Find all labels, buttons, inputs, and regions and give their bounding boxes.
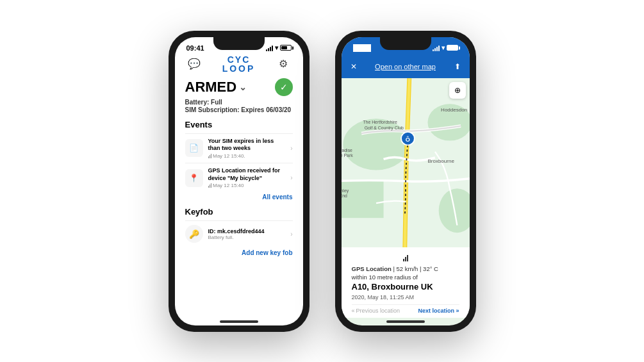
keyfob-section-title: Keyfob bbox=[185, 207, 293, 217]
time-1: 09:41 bbox=[186, 44, 204, 52]
map-info-panel: GPS Location | 52 km/h | 32° C within 10… bbox=[342, 247, 470, 318]
logo-loop: LOOP bbox=[222, 64, 256, 73]
keyfob-item[interactable]: 🔑 ID: mk.cesdfdred444 Battery full. › bbox=[185, 220, 293, 247]
svg-rect-3 bbox=[342, 181, 384, 217]
event-chevron-2: › bbox=[290, 174, 292, 181]
close-button[interactable]: ✕ bbox=[351, 62, 357, 71]
keyfob-battery: Battery full. bbox=[208, 234, 286, 240]
svg-text:mley: mley bbox=[342, 188, 349, 193]
share-button[interactable]: ⬆ bbox=[454, 62, 461, 71]
messages-button[interactable]: 💬 bbox=[185, 55, 203, 73]
home-indicator-2 bbox=[386, 320, 425, 323]
open-other-map-link[interactable]: Open on other map bbox=[357, 63, 454, 70]
event-chevron-1: › bbox=[290, 145, 292, 152]
gps-temp: 32° C bbox=[423, 265, 438, 272]
prev-chevron-icon: « bbox=[352, 308, 355, 314]
event-item-2[interactable]: 📍 GPS Location received for device "My b… bbox=[185, 163, 293, 192]
sim-info: SIM Subscription: Expires 06/03/20 bbox=[185, 106, 293, 113]
event-title-2: GPS Location received for device "My bic… bbox=[208, 167, 286, 182]
next-label: Next location » bbox=[418, 308, 459, 314]
phone-1-body: ARMED ⌄ ✓ Battery: Full SIM Subscription… bbox=[175, 78, 303, 318]
map-layer-button[interactable]: ⊕ bbox=[449, 82, 466, 99]
phones-container: 09:41 ▾ 💬 CYC LOOP bbox=[0, 0, 644, 362]
gps-speed: 52 km/h bbox=[397, 265, 418, 272]
event-item-1[interactable]: 📄 Your SIM expires in less than two week… bbox=[185, 133, 293, 163]
settings-icon: ⚙ bbox=[279, 58, 288, 70]
battery-fill-1 bbox=[281, 46, 288, 49]
signal-bars-1 bbox=[266, 45, 273, 51]
gps-info-line: GPS Location | 52 km/h | 32° C bbox=[352, 265, 459, 272]
event-signal-2 bbox=[208, 183, 212, 188]
logo: CYC LOOP bbox=[222, 55, 256, 73]
battery-icon-1 bbox=[280, 45, 292, 51]
add-keyfob-link[interactable]: Add new key fob bbox=[185, 249, 293, 256]
event-title-1: Your SIM expires in less than two weeks bbox=[208, 138, 286, 152]
gps-radius-line: within 10 metre radius of bbox=[352, 274, 459, 281]
logo-cyc: CYC bbox=[222, 55, 256, 64]
svg-text:End: End bbox=[342, 193, 347, 198]
gps-signal-bars bbox=[403, 254, 408, 261]
event-meta-2: May 12 15:40 bbox=[208, 183, 286, 188]
next-location-button[interactable]: Next location » bbox=[418, 308, 459, 314]
svg-text:Ô: Ô bbox=[405, 135, 409, 142]
wifi-icon-2: ▾ bbox=[442, 44, 445, 51]
svg-text:Hoddesdon: Hoddesdon bbox=[441, 106, 467, 112]
sim-event-icon: 📄 bbox=[189, 144, 199, 152]
keyfob-chevron: › bbox=[290, 231, 292, 238]
armed-label: ARMED bbox=[185, 79, 237, 95]
map-layer-icon: ⊕ bbox=[454, 86, 461, 95]
notch-2 bbox=[380, 37, 431, 50]
navigation-row: « Previous location Next location » bbox=[352, 304, 459, 314]
map-header: ✕ Open on other map ⬆ bbox=[342, 55, 470, 78]
signal-icons-1: ▾ bbox=[266, 44, 292, 51]
time-2: 09:41 bbox=[353, 44, 371, 52]
settings-button[interactable]: ⚙ bbox=[274, 55, 292, 73]
gps-location-bold: A10, Broxbourne UK bbox=[352, 282, 459, 293]
signal-icons-2: ▾ bbox=[433, 44, 458, 51]
phone-1-screen: 09:41 ▾ 💬 CYC LOOP bbox=[175, 37, 303, 325]
event-date-1: May 12 15:40. bbox=[213, 153, 245, 159]
battery-fill-2 bbox=[448, 46, 454, 49]
phone-2: 09:41 ▾ ✕ Open on other m bbox=[335, 31, 476, 332]
svg-text:The Hertfordshire: The Hertfordshire bbox=[363, 120, 397, 124]
keyfob-id: ID: mk.cesdfdred444 bbox=[208, 228, 286, 234]
svg-text:Broxbourne: Broxbourne bbox=[427, 158, 454, 164]
event-text-1: Your SIM expires in less than two weeks … bbox=[208, 138, 286, 159]
battery-label: Battery: bbox=[185, 99, 210, 106]
all-events-link[interactable]: All events bbox=[185, 193, 293, 201]
svg-text:aradise: aradise bbox=[342, 147, 352, 152]
battery-info: Battery: Full bbox=[185, 99, 293, 106]
armed-status-indicator: ✓ bbox=[275, 78, 293, 96]
messages-icon: 💬 bbox=[188, 58, 201, 70]
map-area[interactable]: Ô Hoddesdon The Hertfordshire Golf & Cou… bbox=[342, 78, 470, 247]
location-event-icon: 📍 bbox=[189, 174, 199, 183]
previous-location-button[interactable]: « Previous location bbox=[352, 308, 400, 314]
svg-text:Golf & Country Club: Golf & Country Club bbox=[364, 126, 403, 131]
gps-date: 2020, May 18, 11:25 AM bbox=[352, 294, 459, 300]
event-icon-2: 📍 bbox=[185, 169, 203, 187]
gps-label: GPS Location bbox=[352, 265, 392, 272]
event-signal-1 bbox=[208, 154, 212, 158]
armed-title[interactable]: ARMED ⌄ bbox=[185, 79, 247, 95]
phone-2-screen: 09:41 ▾ ✕ Open on other m bbox=[342, 37, 470, 325]
gps-signal-row bbox=[352, 254, 459, 261]
sim-value: Expires 06/03/20 bbox=[241, 106, 291, 113]
sim-label: SIM Subscription: bbox=[185, 106, 240, 113]
key-icon: 🔑 bbox=[189, 229, 199, 239]
signal-bars-2 bbox=[433, 45, 440, 51]
armed-chevron: ⌄ bbox=[239, 82, 247, 92]
map-svg: Ô Hoddesdon The Hertfordshire Golf & Cou… bbox=[342, 78, 470, 247]
check-icon: ✓ bbox=[280, 82, 288, 92]
notch-1 bbox=[213, 37, 265, 50]
prev-label: Previous location bbox=[356, 308, 400, 314]
home-indicator-1 bbox=[220, 320, 258, 323]
svg-text:ife Park: ife Park bbox=[342, 152, 353, 157]
battery-value: Full bbox=[211, 99, 222, 106]
event-text-2: GPS Location received for device "My bic… bbox=[208, 167, 286, 188]
event-icon-1: 📄 bbox=[185, 139, 203, 157]
phone-1: 09:41 ▾ 💬 CYC LOOP bbox=[169, 31, 310, 332]
armed-row: ARMED ⌄ ✓ bbox=[185, 78, 293, 96]
app-header-1: 💬 CYC LOOP ⚙ bbox=[175, 55, 303, 78]
keyfob-text: ID: mk.cesdfdred444 Battery full. bbox=[208, 228, 286, 240]
battery-icon-2 bbox=[447, 45, 458, 51]
